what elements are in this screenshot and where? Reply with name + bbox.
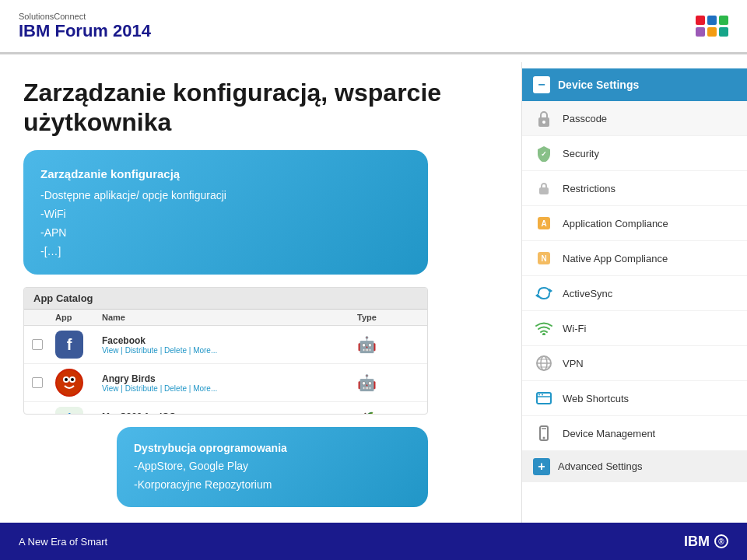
sidebar-item-advanced-settings[interactable]: Advanced Settings — [522, 451, 747, 482]
app-name: MaaS360 for iOS — [102, 411, 357, 415]
svg-marker-16 — [535, 293, 538, 298]
sidebar-item-label: Security — [563, 148, 599, 159]
sidebar-item-label: Wi-Fi — [563, 323, 586, 334]
sidebar-item-label: Advanced Settings — [558, 460, 642, 472]
android-icon: 🤖 — [357, 335, 419, 354]
main-content: Zarządzanie konfiguracją, wsparcie użytk… — [0, 54, 747, 523]
sidebar-item-web-shortcuts[interactable]: Web Shortcuts — [522, 381, 747, 416]
sidebar-item-security[interactable]: ✓ Security — [522, 136, 747, 171]
svg-point-3 — [65, 378, 68, 381]
table-row: Angry Birds View | Distribute | Delete |… — [24, 364, 427, 402]
header-logo — [696, 16, 728, 37]
sidebar-item-vpn[interactable]: VPN — [522, 346, 747, 381]
footer-tagline: A New Era of Smart — [19, 536, 107, 548]
bubble-title: Zarządzanie konfiguracją — [40, 164, 411, 184]
distribute-link[interactable]: Distribute — [125, 384, 158, 393]
table-row: f Facebook View | Distribute | Delete | … — [24, 326, 427, 364]
svg-point-0 — [57, 370, 82, 395]
view-link[interactable]: View — [102, 346, 119, 355]
more-link[interactable]: More... — [193, 384, 217, 393]
sidebar-item-device-management[interactable]: Device Management — [522, 416, 747, 451]
ibm-registered-icon: ® — [714, 534, 728, 548]
vpn-icon — [533, 352, 555, 374]
android-icon: 🤖 — [357, 373, 419, 392]
distribute-link[interactable]: Distribute — [125, 346, 158, 355]
sidebar-item-label: Passcode — [563, 113, 607, 124]
col-name: Name — [102, 313, 357, 322]
minus-icon — [533, 76, 550, 93]
sidebar-item-activesync[interactable]: ActiveSync — [522, 276, 747, 311]
header: SolutionsConnect IBM Forum 2014 — [0, 0, 747, 54]
catalog-columns: App Name Type — [24, 310, 427, 326]
app-name: Facebook — [102, 335, 357, 346]
svg-point-26 — [542, 394, 543, 396]
plus-icon — [533, 458, 550, 475]
footer-ibm: IBM ® — [684, 534, 728, 550]
sidebar-item-label: Application Compliance — [563, 218, 668, 229]
app-name: Angry Birds — [102, 373, 357, 384]
sidebar-item-passcode[interactable]: Passcode — [522, 101, 747, 136]
bubble-bottom-line-1: Dystrybucja oprogramowania — [134, 439, 411, 458]
delete-link[interactable]: Delete — [164, 384, 187, 393]
forum-title: IBM Forum 2014 — [19, 21, 151, 41]
restriction-icon — [533, 177, 555, 199]
col-check — [32, 313, 55, 322]
sidebar-item-application-compliance[interactable]: A Application Compliance — [522, 206, 747, 241]
svg-point-17 — [542, 333, 545, 335]
apple-icon: 🍎 — [357, 411, 419, 414]
more-link[interactable]: More... — [193, 346, 217, 355]
view-link[interactable]: View — [102, 384, 119, 393]
maas-icon: 🔷 — [55, 407, 83, 414]
bubble-bottom-line-3: -Korporacyjne Repozytorium — [134, 476, 411, 495]
table-row: 🔷 MaaS360 for iOS View | Distribute | De… — [24, 402, 427, 414]
svg-rect-10 — [539, 187, 549, 194]
sidebar-item-native-compliance[interactable]: N Native App Compliance — [522, 241, 747, 276]
sidebar-item-label: Device Settings — [558, 79, 639, 91]
angry-birds-icon — [55, 369, 83, 397]
bubble-line-1: -Dostępne aplikacje/ opcje konfiguracji — [40, 187, 411, 205]
app-info: Angry Birds View | Distribute | Delete |… — [102, 373, 357, 393]
sync-icon — [533, 282, 555, 304]
bubble-line-3: -APN — [40, 224, 411, 243]
sidebar-item-label: ActiveSync — [563, 288, 612, 299]
shield-icon: ✓ — [533, 142, 555, 164]
sidebar-item-wifi[interactable]: Wi-Fi — [522, 311, 747, 346]
sidebar-item-label: Web Shortcuts — [563, 393, 629, 404]
row-checkbox[interactable] — [32, 339, 43, 350]
svg-text:🔷: 🔷 — [61, 412, 79, 414]
sidebar-item-label: Restrictions — [563, 183, 615, 194]
facebook-icon: f — [55, 331, 83, 359]
app-actions[interactable]: View | Distribute | Delete | More... — [102, 346, 357, 355]
company-name: SolutionsConnect — [19, 12, 151, 21]
svg-text:✓: ✓ — [541, 150, 547, 158]
app-actions[interactable]: View | Distribute | Delete | More... — [102, 384, 357, 393]
bubble-bottom-line-2: -AppStore, Google Play — [134, 457, 411, 476]
sidebar-item-label: VPN — [563, 358, 584, 369]
delete-link[interactable]: Delete — [164, 346, 187, 355]
page-title: Zarządzanie konfiguracją, wsparcie użytk… — [23, 78, 506, 138]
native-compliance-icon: N — [533, 247, 555, 269]
distribution-bubble: Dystrybucja oprogramowania -AppStore, Go… — [117, 427, 428, 507]
svg-point-4 — [71, 378, 74, 381]
left-panel: Zarządzanie konfiguracją, wsparcie użytk… — [0, 54, 521, 523]
wifi-icon — [533, 317, 555, 339]
catalog-title: App Catalog — [24, 288, 427, 310]
footer: A New Era of Smart IBM ® — [0, 523, 747, 560]
app-catalog: App Catalog App Name Type f Facebook Vie… — [23, 287, 428, 414]
app-info: MaaS360 for iOS View | Distribute | Dele… — [102, 411, 357, 415]
svg-marker-15 — [549, 289, 552, 293]
sidebar-item-label: Device Management — [563, 428, 655, 439]
svg-point-28 — [543, 437, 545, 439]
lock-icon — [533, 107, 555, 129]
row-checkbox[interactable] — [32, 377, 43, 388]
svg-point-25 — [538, 394, 540, 396]
svg-text:N: N — [541, 254, 546, 263]
sidebar-item-device-settings[interactable]: Device Settings — [522, 68, 747, 101]
bubble-line-4: -[…] — [40, 243, 411, 261]
device-management-icon — [533, 422, 555, 444]
header-left: SolutionsConnect IBM Forum 2014 — [19, 12, 151, 41]
sidebar-item-label: Native App Compliance — [563, 253, 668, 264]
ibm-text: IBM — [684, 534, 710, 550]
svg-point-8 — [542, 121, 545, 124]
sidebar-item-restrictions[interactable]: Restrictions — [522, 171, 747, 206]
